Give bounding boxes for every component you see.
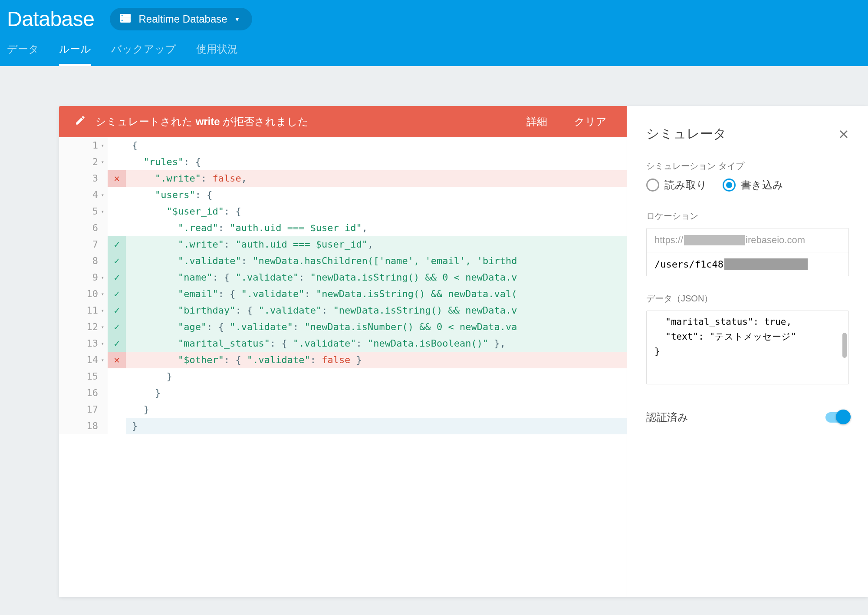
path-prefix: /users/f1c48	[654, 259, 723, 270]
line-number: 6	[59, 220, 108, 236]
tab-使用状況[interactable]: 使用状況	[196, 42, 238, 66]
simulation-type-label: シミュレーション タイプ	[646, 160, 849, 172]
marker-empty	[108, 368, 126, 385]
location-section: ロケーション https://irebaseio.com /users/f1c4…	[627, 205, 868, 288]
marker-empty	[108, 220, 126, 236]
line-number: 9▾	[59, 269, 108, 286]
radio-write[interactable]: 書き込み	[723, 178, 783, 192]
json-data-label: データ（JSON）	[646, 293, 849, 304]
storage-icon	[119, 13, 132, 25]
line-number: 16	[59, 385, 108, 401]
svg-point-3	[122, 15, 123, 16]
code-line[interactable]: "name": { ".validate": "newData.isString…	[126, 269, 627, 286]
check-icon: ✓	[108, 335, 126, 352]
alert-detail-button[interactable]: 詳細	[518, 115, 556, 129]
validation-marker-column: ✕✓✓✓✓✓✓✓✕	[108, 137, 126, 434]
code-line[interactable]: "age": { ".validate": "newData.isNumber(…	[126, 319, 627, 335]
alert-message: シミュレートされた write が拒否されました	[95, 115, 508, 129]
json-data-section: データ（JSON） "marital_status": true, "text"…	[627, 288, 868, 384]
line-number: 13▾	[59, 335, 108, 352]
line-number: 17	[59, 401, 108, 418]
line-number: 5▾	[59, 203, 108, 220]
code-line[interactable]: "birthday": { ".validate": "newData.isSt…	[126, 302, 627, 319]
svg-point-4	[122, 20, 123, 21]
code-line[interactable]: ".validate": "newData.hasChildren(['name…	[126, 253, 627, 269]
code-line[interactable]: "users": {	[126, 187, 627, 203]
code-editor[interactable]: 1▾2▾34▾5▾6789▾10▾11▾12▾13▾14▾15161718 ✕✓…	[59, 137, 627, 434]
code-line[interactable]: "$user_id": {	[126, 203, 627, 220]
database-type-label: Realtime Database	[138, 13, 227, 25]
switch-knob	[836, 410, 851, 424]
check-icon: ✓	[108, 269, 126, 286]
radio-write-label: 書き込み	[741, 178, 783, 192]
code-content[interactable]: { "rules": { ".write": false, "users": {…	[126, 137, 627, 434]
alert-suffix: が拒否されました	[220, 116, 309, 127]
radio-read[interactable]: 読み取り	[646, 178, 707, 192]
simulation-type-section: シミュレーション タイプ 読み取り 書き込み	[627, 155, 868, 205]
code-line[interactable]: {	[126, 137, 627, 154]
rules-editor-panel: シミュレートされた write が拒否されました 詳細 クリア 1▾2▾34▾5…	[59, 106, 627, 597]
simulation-type-radios: 読み取り 書き込み	[646, 178, 849, 192]
close-icon[interactable]	[837, 127, 851, 141]
marker-empty	[108, 385, 126, 401]
alert-prefix: シミュレートされた	[95, 116, 196, 127]
tab-データ[interactable]: データ	[7, 42, 39, 66]
alert-clear-button[interactable]: クリア	[566, 115, 615, 129]
code-line[interactable]: "marital_status": { ".validate": "newDat…	[126, 335, 627, 352]
header-top-row: Database Realtime Database ▼	[0, 0, 868, 34]
line-number: 7	[59, 236, 108, 253]
marker-empty	[108, 187, 126, 203]
line-number: 3	[59, 170, 108, 187]
marker-empty	[108, 401, 126, 418]
simulator-panel: シミュレータ シミュレーション タイプ 読み取り 書き込み ロケーション	[627, 106, 868, 597]
chevron-down-icon: ▼	[234, 16, 240, 23]
host-suffix: irebaseio.com	[746, 235, 805, 246]
scrollbar-thumb[interactable]	[842, 333, 847, 358]
auth-section: 認証済み	[627, 384, 868, 424]
radio-icon	[646, 179, 659, 192]
simulator-header: シミュレータ	[627, 106, 868, 155]
line-number: 8	[59, 253, 108, 269]
code-line[interactable]: }	[126, 418, 627, 434]
redacted-host	[684, 235, 745, 245]
marker-empty	[108, 203, 126, 220]
line-number: 18	[59, 418, 108, 434]
check-icon: ✓	[108, 286, 126, 302]
alert-op: write	[196, 116, 220, 127]
code-line[interactable]: ".read": "auth.uid === $user_id",	[126, 220, 627, 236]
code-line[interactable]: "email": { ".validate": "newData.isStrin…	[126, 286, 627, 302]
x-icon: ✕	[108, 352, 126, 368]
line-number-gutter: 1▾2▾34▾5▾6789▾10▾11▾12▾13▾14▾15161718	[59, 137, 108, 434]
nav-tabs: データルールバックアップ使用状況	[0, 34, 868, 66]
location-input-box: https://irebaseio.com /users/f1c48	[646, 228, 849, 276]
code-line[interactable]: "$other": { ".validate": false }	[126, 352, 627, 368]
app-header: Database Realtime Database ▼ データルールバックアッ…	[0, 0, 868, 66]
radio-icon	[723, 179, 736, 192]
code-line[interactable]: ".write": "auth.uid === $user_id",	[126, 236, 627, 253]
workspace: シミュレートされた write が拒否されました 詳細 クリア 1▾2▾34▾5…	[59, 106, 868, 597]
line-number: 1▾	[59, 137, 108, 154]
line-number: 4▾	[59, 187, 108, 203]
line-number: 12▾	[59, 319, 108, 335]
tab-ルール[interactable]: ルール	[59, 42, 91, 66]
app-title: Database	[7, 7, 94, 31]
host-prefix: https://	[654, 235, 683, 246]
location-host: https://irebaseio.com	[647, 228, 848, 252]
check-icon: ✓	[108, 253, 126, 269]
location-path-input[interactable]: /users/f1c48	[647, 252, 848, 276]
radio-read-label: 読み取り	[664, 178, 707, 192]
location-label: ロケーション	[646, 210, 849, 222]
database-type-selector[interactable]: Realtime Database ▼	[110, 8, 252, 30]
tab-バックアップ[interactable]: バックアップ	[111, 42, 176, 66]
code-line[interactable]: }	[126, 385, 627, 401]
code-line[interactable]: }	[126, 401, 627, 418]
json-data-input[interactable]: "marital_status": true, "text": "テストメッセー…	[646, 311, 849, 384]
line-number: 10▾	[59, 286, 108, 302]
simulation-alert-bar: シミュレートされた write が拒否されました 詳細 クリア	[59, 106, 627, 137]
auth-toggle[interactable]	[825, 412, 849, 423]
code-line[interactable]: "rules": {	[126, 154, 627, 170]
code-line[interactable]: }	[126, 368, 627, 385]
x-icon: ✕	[108, 170, 126, 187]
code-line[interactable]: ".write": false,	[126, 170, 627, 187]
line-number: 14▾	[59, 352, 108, 368]
